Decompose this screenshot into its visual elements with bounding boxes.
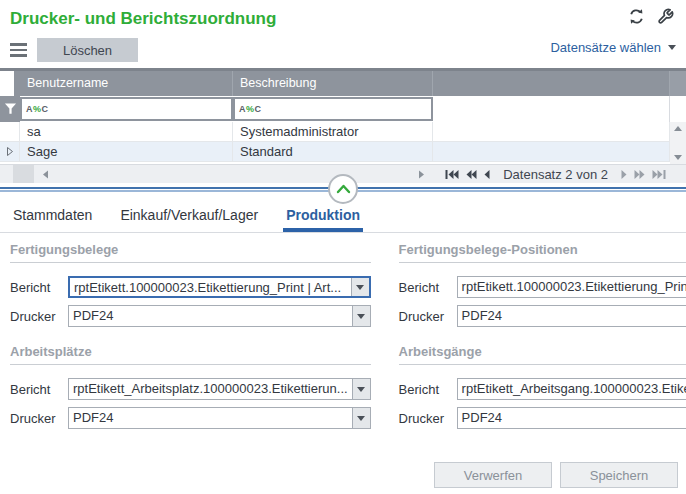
filter-cell-beschreibung: A%C (233, 96, 433, 122)
filter-box-beschreibung: A%C (233, 97, 433, 121)
toolbar: Löschen Datensätze wählen (0, 34, 686, 66)
bericht-select-fertigungsbelege[interactable]: rptEtikett.100000023.Etikettierung_Print… (68, 276, 371, 298)
grid-header-indicator-cell (0, 71, 20, 96)
filter-input-beschreibung[interactable] (265, 101, 431, 117)
drucker-label: Drucker (10, 309, 68, 324)
bericht-select-arbeitsgaenge[interactable]: rptEtikett_Arbeitsgang.100000023.Etikett… (457, 378, 686, 400)
hamburger-menu-icon[interactable] (10, 43, 27, 57)
bericht-select-fertigungsbelege-positionen[interactable]: rptEtikett.100000023.Etikettierung_Print… (457, 276, 686, 298)
header-icons (628, 8, 674, 25)
dropdown-button[interactable] (352, 408, 370, 428)
column-header-benutzername[interactable]: Benutzername (20, 71, 233, 96)
column-header-beschreibung[interactable]: Beschreibung (233, 71, 433, 96)
refresh-icon[interactable] (628, 8, 645, 25)
next-page-icon[interactable] (634, 170, 645, 179)
tab-einkauf-verkauf-lager[interactable]: Einkauf/Verkauf/Lager (117, 203, 261, 232)
drucker-label: Drucker (10, 411, 68, 426)
section-title: Arbeitsgänge (399, 344, 686, 359)
scroll-right-icon[interactable] (418, 170, 425, 179)
table-row-selected[interactable]: Sage Standard (0, 142, 670, 162)
chevron-down-icon (356, 285, 364, 290)
drucker-select-fertigungsbelege[interactable]: PDF24 (68, 305, 371, 327)
records-select-label: Datensätze wählen (550, 40, 661, 55)
scroll-up-icon[interactable] (674, 126, 682, 131)
cell-empty (433, 122, 670, 141)
bericht-label: Bericht (10, 280, 68, 295)
next-record-icon[interactable] (621, 170, 627, 179)
cell-beschreibung: Systemadministrator (233, 122, 433, 141)
filter-operator-badge[interactable]: A%C (22, 104, 52, 114)
combo-value: rptEtikett_Arbeitsplatz.100000023.Etiket… (69, 379, 352, 399)
combo-value: rptEtikett_Arbeitsgang.100000023.Etikett… (458, 379, 686, 399)
save-button[interactable]: Speichern (560, 462, 678, 488)
delete-button[interactable]: Löschen (37, 38, 138, 62)
row-indicator-cell (0, 122, 20, 141)
grid-header-row: Benutzername Beschreibung (0, 71, 686, 96)
wrench-icon[interactable] (657, 8, 674, 25)
splitter[interactable] (0, 187, 686, 192)
section-title: Fertigungsbelege-Positionen (399, 242, 686, 257)
bericht-select-arbeitsplaetze[interactable]: rptEtikett_Arbeitsplatz.100000023.Etiket… (68, 378, 371, 400)
grid-rows-area: sa Systemadministrator Sage Standard (0, 122, 686, 164)
vertical-scrollbar[interactable] (670, 122, 686, 164)
table-row[interactable]: sa Systemadministrator (0, 122, 670, 142)
chevron-down-icon (357, 387, 365, 392)
first-record-icon[interactable] (445, 170, 459, 179)
funnel-icon[interactable] (4, 103, 17, 115)
prev-record-icon[interactable] (484, 170, 490, 179)
tab-produktion[interactable]: Produktion (283, 203, 363, 232)
filter-cell-empty (433, 96, 670, 122)
records-select-link[interactable]: Datensätze wählen (550, 40, 676, 55)
last-record-icon[interactable] (652, 170, 666, 179)
data-grid: Benutzername Beschreibung A%C A%C (0, 68, 686, 183)
combo-value: PDF24 (458, 408, 686, 428)
chevron-down-icon (357, 314, 365, 319)
produktion-panel: Fertigungsbelege Bericht rptEtikett.1000… (0, 233, 686, 446)
dropdown-button[interactable] (352, 379, 370, 399)
section-arbeitsplaetze: Arbeitsplätze Bericht rptEtikett_Arbeits… (10, 344, 371, 429)
drucker-label: Drucker (399, 411, 457, 426)
dropdown-button[interactable] (351, 278, 369, 296)
chevron-up-icon (336, 184, 351, 194)
tab-bar: Stammdaten Einkauf/Verkauf/Lager Produkt… (0, 203, 686, 233)
combo-value: PDF24 (69, 306, 352, 326)
filter-indicator-cell (0, 96, 20, 122)
combo-value: PDF24 (458, 306, 686, 326)
scrollbar-corner-block (13, 165, 34, 183)
filter-box-benutzername: A%C (20, 97, 233, 121)
footer-actions: Verwerfen Speichern (434, 462, 678, 488)
app-header: Drucker- und Berichtszuordnung (0, 0, 686, 34)
section-fertigungsbelege: Fertigungsbelege Bericht rptEtikett.1000… (10, 242, 371, 327)
chevron-down-icon (668, 45, 676, 50)
rows-filler (0, 162, 670, 164)
collapse-button[interactable] (328, 174, 358, 204)
dropdown-button[interactable] (352, 306, 370, 326)
bericht-label: Bericht (10, 382, 68, 397)
section-rule (10, 364, 371, 365)
discard-button[interactable]: Verwerfen (434, 462, 552, 488)
record-navigator: Datensatz 2 von 2 (418, 167, 686, 182)
drucker-select-arbeitsplaetze[interactable]: PDF24 (68, 407, 371, 429)
chevron-down-icon (357, 416, 365, 421)
filter-cell-benutzername: A%C (20, 96, 233, 122)
filter-input-benutzername[interactable] (52, 101, 231, 117)
column-header-empty (433, 71, 670, 96)
section-rule (10, 262, 371, 263)
page-title: Drucker- und Berichtszuordnung (10, 9, 276, 28)
section-title: Fertigungsbelege (10, 242, 371, 257)
cell-benutzername: Sage (20, 142, 233, 161)
section-title: Arbeitsplätze (10, 344, 371, 359)
record-status: Datensatz 2 von 2 (503, 167, 608, 182)
drucker-select-fertigungsbelege-positionen[interactable]: PDF24 (457, 305, 686, 327)
tab-stammdaten[interactable]: Stammdaten (10, 203, 95, 232)
combo-value: rptEtikett.100000023.Etikettierung_Print… (70, 278, 351, 296)
scroll-left-icon[interactable] (42, 170, 49, 179)
prev-page-icon[interactable] (466, 170, 477, 179)
filter-operator-badge[interactable]: A%C (235, 104, 265, 114)
drucker-select-arbeitsgaenge[interactable]: PDF24 (457, 407, 686, 429)
section-arbeitsgaenge: Arbeitsgänge Bericht rptEtikett_Arbeitsg… (399, 344, 686, 429)
bericht-label: Bericht (399, 280, 457, 295)
grid-filter-row: A%C A%C (0, 96, 686, 122)
scroll-down-icon[interactable] (674, 155, 682, 160)
section-fertigungsbelege-positionen: Fertigungsbelege-Positionen Bericht rptE… (399, 242, 686, 327)
